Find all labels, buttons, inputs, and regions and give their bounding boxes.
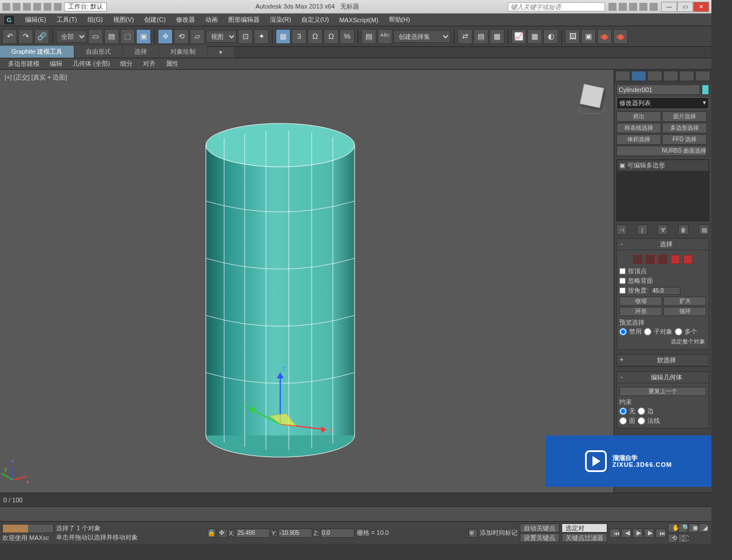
btn-ffd-select[interactable]: FFD 选择 [662, 134, 707, 145]
goto-start-icon[interactable]: ⏮ [610, 529, 620, 538]
tab-graphite[interactable]: Graphite 建模工具 [0, 46, 74, 58]
menu-animation[interactable]: 动画 [201, 14, 222, 25]
viewport-label[interactable]: [+] [正交] [真实 + 边面] [5, 73, 67, 82]
render-button[interactable]: 🫖 [597, 29, 612, 44]
prev-frame-icon[interactable]: ◀ [621, 529, 631, 538]
time-tag-icon[interactable]: ⊕ [468, 529, 478, 538]
render-setup-button[interactable]: 🖼 [565, 29, 580, 44]
angle-input[interactable] [651, 287, 681, 295]
radio-constrain-normal[interactable] [638, 417, 645, 425]
signin-icon[interactable] [619, 3, 627, 11]
selection-lock-button[interactable]: ▤ [361, 29, 376, 44]
add-time-tag[interactable]: 添加时间标记 [480, 529, 518, 537]
undo-button[interactable]: ↶ [2, 29, 17, 44]
zoom-icon[interactable]: 🔍 [678, 523, 687, 533]
maximize-button[interactable]: ▭ [677, 2, 693, 12]
modifier-stack[interactable]: ▣可编辑多边形 [616, 159, 709, 221]
menu-tools[interactable]: 工具(T) [52, 14, 82, 25]
open-icon[interactable] [13, 3, 21, 11]
btn-poly-select[interactable]: 多边形选择 [662, 123, 707, 133]
panel-properties[interactable]: 属性 [161, 59, 183, 69]
named-sel-button[interactable]: ᴬᴮᶜ [377, 29, 392, 44]
viewport[interactable]: [+] [正交] [真实 + 边面] [0, 70, 614, 493]
rollout-softsel-header[interactable]: +软选择 [617, 355, 709, 366]
ref-coord-dropdown[interactable]: 视图 [206, 30, 237, 43]
menu-customize[interactable]: 自定义(U) [297, 14, 333, 25]
radio-multi[interactable] [675, 328, 682, 335]
rotate-button[interactable]: ⟲ [174, 29, 189, 44]
percent-snap-button[interactable]: Ω [308, 29, 323, 44]
set-key-button[interactable]: 设置关键点 [520, 533, 559, 542]
lock-icon[interactable]: 🔒 [207, 529, 216, 538]
menu-grapheditors[interactable]: 图形编辑器 [224, 14, 264, 25]
object-name-input[interactable] [616, 85, 700, 95]
btn-shrink[interactable]: 收缩 [619, 297, 662, 306]
utilities-tab-icon[interactable] [695, 71, 710, 81]
redo-button[interactable]: ↷ [18, 29, 33, 44]
time-slider[interactable]: 0 / 100 [0, 493, 711, 506]
subobj-vertex-icon[interactable] [633, 255, 642, 264]
menu-edit[interactable]: 编辑(E) [21, 14, 51, 25]
maximize-viewport-icon[interactable]: ⛶ [678, 534, 687, 543]
subobj-edge-icon[interactable] [646, 255, 655, 264]
schematic-view-button[interactable]: ▦ [527, 29, 542, 44]
radio-subobj[interactable] [644, 328, 651, 335]
tab-freeform[interactable]: 自由形式 [74, 46, 122, 58]
select-region-button[interactable]: ⬚ [120, 29, 135, 44]
subobj-element-icon[interactable] [683, 255, 693, 264]
menu-help[interactable]: 帮助(H) [384, 14, 415, 25]
menu-modifiers[interactable]: 修改器 [172, 14, 200, 25]
btn-vol-select[interactable]: 体积选择 [616, 134, 661, 145]
orbit-icon[interactable]: ⟲ [668, 534, 677, 543]
select-name-button[interactable]: ▤ [104, 29, 119, 44]
btn-extrude[interactable]: 挤出 [616, 111, 661, 122]
panel-edit[interactable]: 编辑 [45, 59, 67, 69]
favorites-icon[interactable] [639, 3, 647, 11]
link-button[interactable]: 🔗 [34, 29, 49, 44]
viewcube[interactable] [577, 81, 607, 111]
stack-item-editable-poly[interactable]: ▣可编辑多边形 [617, 160, 709, 171]
modifier-list-dropdown[interactable]: 修改器列表▾ [616, 97, 709, 109]
modify-tab-icon[interactable] [631, 71, 646, 81]
panel-geometry[interactable]: 几何体 (全部) [68, 59, 114, 69]
object-color-swatch[interactable] [702, 85, 709, 95]
btn-ring[interactable]: 环形 [619, 307, 662, 316]
scale-button[interactable]: ▱ [190, 29, 205, 44]
pan-view-icon[interactable]: ✋ [668, 523, 677, 533]
coord-y-input[interactable] [278, 529, 312, 538]
close-button[interactable]: ✕ [693, 2, 709, 12]
quick-render-button[interactable]: 🫖 [613, 29, 628, 44]
move-button[interactable]: ✥ [158, 29, 173, 44]
layers-button[interactable]: ▦ [490, 29, 504, 44]
panel-subdivision[interactable]: 细分 [116, 59, 137, 69]
named-selection-set[interactable]: 创建选择集 [393, 30, 451, 43]
make-unique-icon[interactable]: ∀ [658, 225, 668, 235]
radio-constrain-edge[interactable] [638, 407, 645, 415]
redo-icon[interactable] [43, 3, 51, 11]
btn-loop[interactable]: 循环 [663, 307, 706, 316]
btn-nurbs-select[interactable]: NURBS 曲面选择 [616, 146, 707, 156]
btn-spline-select[interactable]: 样条线选择 [616, 123, 661, 133]
coord-mode-icon[interactable]: ✥ [218, 529, 228, 538]
curve-editor-button[interactable]: 📈 [511, 29, 526, 44]
fov-icon[interactable]: ◢ [699, 523, 708, 533]
snap-toggle-button[interactable]: ▦ [276, 29, 291, 44]
tab-object-paint[interactable]: 对象绘制 [159, 46, 207, 58]
angle-snap-button[interactable]: 3 [292, 29, 307, 44]
btn-face-select[interactable]: 面片选择 [662, 111, 707, 122]
coord-x-input[interactable] [236, 529, 270, 538]
menu-rendering[interactable]: 渲染(R) [265, 14, 296, 25]
subobj-polygon-icon[interactable] [671, 255, 680, 264]
workspace-dropdown[interactable]: 工作台: 默认 [64, 2, 107, 11]
exchange-icon[interactable] [629, 3, 637, 11]
spinner-snap-button[interactable]: Ω [324, 29, 339, 44]
window-crossing-button[interactable]: ▣ [136, 29, 151, 44]
display-tab-icon[interactable] [679, 71, 694, 81]
play-icon[interactable]: ▶ [632, 529, 643, 538]
minimize-button[interactable]: — [661, 2, 677, 12]
material-editor-button[interactable]: ◐ [543, 29, 558, 44]
selected-option[interactable]: 选定对 [562, 523, 607, 533]
mirror-button[interactable]: ⇄ [458, 29, 472, 44]
chk-ignore-backface[interactable] [619, 278, 626, 284]
project-icon[interactable] [54, 3, 62, 11]
